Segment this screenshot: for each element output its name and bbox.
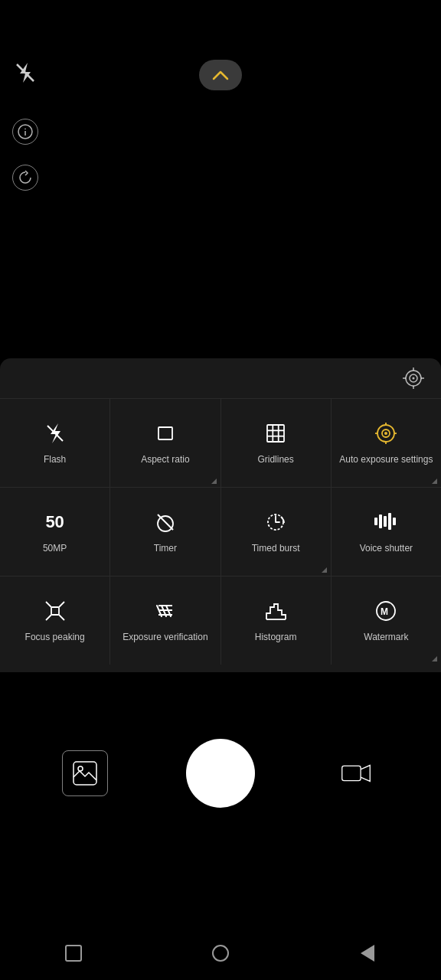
aspect-ratio-label: Aspect ratio (141, 454, 189, 466)
svg-point-28 (158, 516, 173, 531)
auto-exposure-icon (373, 420, 399, 446)
timed-burst-icon (263, 509, 289, 535)
auto-exposure-label: Auto exposure settings (339, 454, 433, 466)
menu-row-2: 50 50MP Timer Timed burst (0, 487, 441, 576)
watermark-label: Watermark (364, 632, 408, 644)
menu-row-1: Flash Aspect ratio Gr (0, 398, 441, 487)
timed-burst-label: Timed burst (252, 543, 300, 555)
camera-controls (0, 720, 441, 827)
timer-label: Timer (154, 543, 177, 555)
svg-point-23 (384, 432, 387, 435)
svg-point-8 (413, 377, 415, 380)
gridlines-cell[interactable]: Gridlines (221, 399, 332, 487)
auto-exposure-cell[interactable]: Auto exposure settings (332, 399, 441, 487)
side-icons (12, 119, 38, 191)
home-icon (212, 945, 229, 962)
flash-off-icon-top[interactable] (14, 61, 37, 84)
svg-marker-1 (20, 63, 31, 83)
svg-line-40 (59, 615, 64, 620)
panel-header (0, 358, 441, 398)
video-button[interactable] (333, 750, 379, 796)
menu-row-3: Focus peaking Exposure verification (0, 576, 441, 665)
exposure-verification-label: Exposure verification (122, 632, 207, 644)
shutter-button[interactable] (186, 739, 255, 808)
svg-marker-14 (51, 423, 60, 443)
info-icon[interactable] (12, 119, 38, 145)
flash-cell[interactable]: Flash (0, 399, 110, 487)
exposure-verification-cell[interactable]: Exposure verification (110, 577, 220, 665)
timer-cell[interactable]: Timer (110, 488, 220, 576)
svg-rect-32 (379, 514, 382, 528)
histogram-icon (263, 598, 289, 624)
flash-off-icon (42, 420, 68, 446)
svg-text:M: M (381, 606, 388, 617)
aspect-ratio-icon (152, 420, 178, 446)
svg-rect-36 (51, 607, 59, 615)
voice-shutter-label: Voice shutter (360, 543, 413, 555)
watermark-icon: M (373, 598, 399, 624)
svg-line-39 (46, 615, 51, 620)
focus-peaking-icon (42, 598, 68, 624)
target-icon[interactable] (400, 364, 427, 392)
exposure-verification-icon (152, 598, 178, 624)
nav-bar (0, 926, 441, 980)
collapse-button[interactable] (199, 60, 242, 90)
svg-line-37 (46, 602, 51, 607)
focus-peaking-label: Focus peaking (25, 632, 85, 644)
back-icon (361, 945, 374, 962)
svg-rect-16 (267, 425, 284, 442)
recents-icon (65, 945, 82, 962)
voice-shutter-icon (373, 509, 399, 535)
svg-line-38 (59, 602, 64, 607)
aspect-ratio-arrow (211, 479, 217, 484)
flash-label: Flash (44, 454, 66, 466)
watermark-arrow (432, 656, 437, 662)
focus-peaking-cell[interactable]: Focus peaking (0, 577, 110, 665)
svg-rect-34 (388, 513, 391, 530)
nav-recents-button[interactable] (57, 936, 90, 970)
watermark-cell[interactable]: M Watermark (332, 577, 441, 665)
50mp-icon: 50 (45, 509, 64, 535)
voice-shutter-cell[interactable]: Voice shutter (332, 488, 441, 576)
svg-rect-15 (158, 427, 172, 439)
svg-rect-35 (393, 518, 396, 525)
auto-exposure-arrow (432, 479, 437, 484)
gallery-button[interactable] (62, 750, 108, 796)
histogram-cell[interactable]: Histogram (221, 577, 332, 665)
aspect-ratio-cell[interactable]: Aspect ratio (110, 399, 220, 487)
menu-panel: Flash Aspect ratio Gr (0, 358, 441, 672)
svg-rect-31 (374, 518, 377, 525)
50mp-cell[interactable]: 50 50MP (0, 488, 110, 576)
timed-burst-arrow (322, 567, 327, 573)
top-bar (0, 0, 441, 100)
histogram-label: Histogram (255, 632, 297, 644)
timed-burst-cell[interactable]: Timed burst (221, 488, 332, 576)
refresh-icon[interactable] (12, 165, 38, 191)
nav-home-button[interactable] (204, 936, 237, 970)
nav-back-button[interactable] (351, 936, 384, 970)
svg-point-51 (78, 766, 83, 771)
svg-rect-52 (342, 766, 361, 780)
timer-off-icon (152, 509, 178, 535)
gridlines-label: Gridlines (257, 454, 293, 466)
50mp-label: 50MP (43, 543, 67, 555)
svg-rect-33 (384, 516, 387, 527)
svg-line-29 (158, 514, 173, 530)
gridlines-icon (263, 420, 289, 446)
